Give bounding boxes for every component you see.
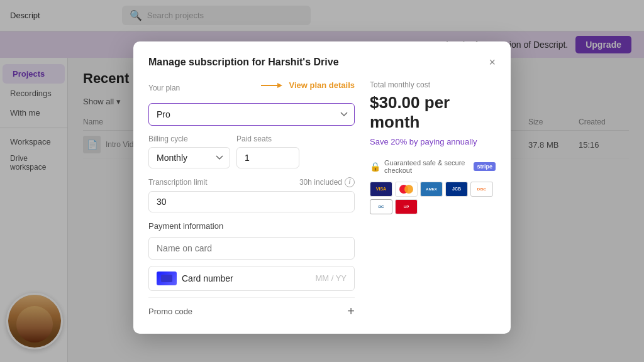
transcription-input[interactable] [148, 191, 355, 212]
info-icon: i [345, 177, 355, 187]
promo-row: Promo code + [148, 297, 355, 319]
card-number-label: Card number [182, 273, 310, 283]
cost-amount: $30.00 per month [370, 93, 496, 132]
lock-icon: 🔒 [370, 162, 380, 172]
svg-point-3 [404, 185, 413, 194]
billing-cycle-group: Billing cycle Monthly [148, 134, 230, 168]
card-brand-icon [157, 272, 177, 285]
visa-logo: VISA [370, 182, 392, 197]
secure-text: Guaranteed safe & secure checkout [384, 159, 470, 174]
card-number-row[interactable]: Card number MM / YY [148, 266, 355, 291]
plan-select-group: Pro [148, 103, 355, 126]
name-on-card-input[interactable] [148, 237, 355, 260]
transcription-included: 30h included [299, 178, 342, 187]
transcription-row: Transcription limit 30h included i [148, 177, 355, 187]
modal-dialog: Manage subscription for Harshit's Drive … [133, 41, 511, 334]
view-plan-row: View plan details [260, 80, 355, 90]
payment-info-label: Payment information [148, 221, 355, 231]
billing-cycle-label: Billing cycle [148, 134, 230, 143]
secure-badge: 🔒 Guaranteed safe & secure checkout stri… [370, 159, 496, 174]
promo-add-button[interactable]: + [347, 304, 355, 319]
card-logos: VISA AMEX JCB DISC DC UP [370, 182, 496, 214]
mastercard-logo [395, 182, 418, 197]
card-expiry-placeholder: MM / YY [315, 273, 347, 283]
arrow-icon [260, 80, 285, 90]
diners-logo: DC [370, 199, 392, 214]
unionpay-logo: UP [395, 199, 418, 214]
modal-body: Your plan View plan details [148, 80, 496, 319]
stripe-badge: stripe [474, 162, 496, 171]
discover-logo: DISC [470, 182, 493, 197]
paid-seats-group: Paid seats [236, 134, 299, 168]
paid-seats-label: Paid seats [236, 134, 299, 143]
transcription-info: 30h included i [299, 177, 355, 187]
transcription-group: Transcription limit 30h included i [148, 177, 355, 221]
save-annually-link[interactable]: Save 20% by paying annually [370, 137, 496, 146]
total-cost-label: Total monthly cost [370, 80, 496, 89]
view-plan-link[interactable]: View plan details [289, 80, 355, 90]
billing-cycle-select[interactable]: Monthly [148, 147, 230, 168]
paid-seats-input[interactable] [236, 147, 299, 168]
plan-select[interactable]: Pro [148, 103, 355, 126]
modal-left-column: Your plan View plan details [148, 80, 355, 319]
promo-label: Promo code [148, 307, 192, 316]
modal-header: Manage subscription for Harshit's Drive … [148, 57, 496, 68]
modal-overlay: Manage subscription for Harshit's Drive … [0, 0, 644, 362]
billing-seats-row: Billing cycle Monthly Paid seats [148, 134, 355, 168]
app-background: Descript 🔍 Search projects You're using … [0, 0, 644, 362]
modal-title: Manage subscription for Harshit's Drive [148, 57, 339, 68]
your-plan-label: Your plan [148, 84, 180, 92]
mastercard-icon [398, 184, 414, 194]
transcription-label: Transcription limit [148, 178, 208, 187]
svg-marker-1 [277, 83, 282, 88]
modal-close-button[interactable]: × [489, 57, 496, 68]
amex-logo: AMEX [420, 182, 443, 197]
jcb-logo: JCB [445, 182, 468, 197]
modal-right-column: Total monthly cost $30.00 per month Save… [370, 80, 496, 319]
